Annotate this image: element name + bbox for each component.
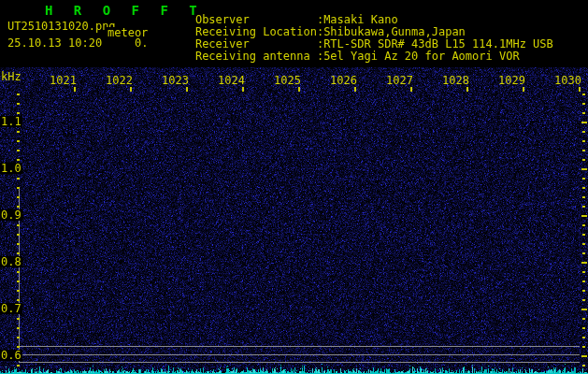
x-tick-label: 1025 (269, 75, 301, 86)
x-tick-label: 1030 (550, 75, 581, 86)
x-tick-label: 1022 (101, 75, 133, 86)
x-tick-label: 1028 (437, 75, 469, 86)
y-tick-label: 0.6 (0, 350, 22, 361)
datetime-label: 25.10.13 10:20 (7, 37, 102, 49)
x-tick-label: 1021 (45, 75, 77, 86)
x-tick-label: 1023 (157, 75, 189, 86)
y-tick-label: 1.0 (0, 163, 22, 174)
x-tick-label: 1027 (381, 75, 413, 86)
x-tick-label: 1029 (494, 75, 525, 86)
x-tick-label: 1024 (213, 75, 245, 86)
y-axis-unit: kHz (1, 71, 22, 82)
y-tick-label: 0.7 (0, 303, 22, 314)
info-value: :5el Yagi Az 20 for Aomori VOR (317, 50, 520, 63)
output-filename: UT2510131020.png (7, 21, 116, 32)
mode-label: meteor (107, 27, 149, 38)
info-label: Receiving antenna (195, 50, 317, 62)
y-tick-label: 0.8 (0, 256, 22, 267)
x-tick-label: 1026 (325, 75, 357, 86)
hrofft-screen: H R O F F T UT2510131020.png meteor 25.1… (0, 0, 588, 374)
y-tick-label: 1.1 (0, 116, 22, 127)
info-row-antenna: Receiving antenna:5el Yagi Az 20 for Aom… (168, 39, 520, 73)
y-tick-label: 0.9 (0, 209, 22, 221)
